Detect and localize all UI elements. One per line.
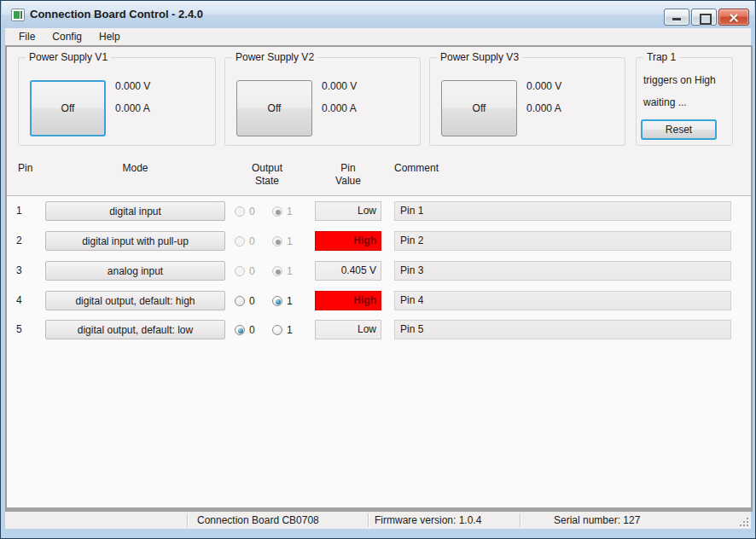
- radio-icon: [235, 236, 245, 246]
- table-row: 3 analog input 0 1 0.405 V Pin 3: [7, 261, 751, 281]
- column-header-output-state: Output State: [236, 162, 298, 188]
- pin-2-value: High: [315, 231, 381, 251]
- groupbox-title: Power Supply V3: [437, 51, 522, 63]
- radio-label: 0: [249, 324, 255, 336]
- column-header-pin-value: Pin Value: [315, 162, 381, 188]
- pin-3-output-radio-0[interactable]: 0: [235, 261, 255, 281]
- radio-label: 1: [287, 265, 293, 277]
- groupbox-title: Power Supply V2: [232, 51, 317, 63]
- trap-status: waiting ...: [643, 96, 687, 108]
- radio-label: 1: [287, 235, 293, 247]
- column-header-mode: Mode: [45, 162, 225, 175]
- radio-label: 0: [249, 265, 255, 277]
- pin-5-comment-field[interactable]: Pin 5: [394, 320, 731, 339]
- pin-4-output-radio-1[interactable]: 1: [272, 291, 293, 310]
- radio-icon: [272, 206, 282, 217]
- header-line: Value: [315, 175, 381, 188]
- header-line: Output: [236, 162, 298, 175]
- minimize-icon[interactable]: [664, 9, 689, 26]
- close-icon[interactable]: [718, 9, 749, 26]
- app-icon: [11, 9, 25, 21]
- trap-trigger-condition: triggers on High: [643, 74, 716, 86]
- radio-icon: [235, 325, 245, 335]
- current-readout: 0.000 A: [322, 102, 357, 114]
- groupbox-title: Power Supply V1: [26, 51, 111, 63]
- header-line: Pin: [315, 162, 381, 175]
- radio-icon: [272, 296, 282, 306]
- pin-4-value: High: [315, 291, 381, 310]
- pin-5-mode-button[interactable]: digital output, default: low: [45, 320, 225, 339]
- voltage-readout: 0.000 V: [322, 80, 357, 92]
- radio-label: 0: [249, 295, 255, 307]
- resize-grip[interactable]: [739, 517, 749, 527]
- pin-3-comment-field[interactable]: Pin 3: [394, 261, 731, 281]
- table-row: 2 digital input with pull-up 0 1 High Pi…: [7, 231, 751, 251]
- menu-help[interactable]: Help: [90, 29, 129, 44]
- groupbox-power-supply-v1: Power Supply V1 Off 0.000 V 0.000 A: [18, 57, 216, 146]
- pin-1-mode-button[interactable]: digital input: [45, 201, 225, 221]
- pin-number: 1: [16, 201, 22, 221]
- table-row: 1 digital input 0 1 Low Pin 1: [7, 201, 751, 221]
- status-separator: [368, 513, 369, 527]
- radio-label: 0: [249, 235, 255, 247]
- pin-4-comment-field[interactable]: Pin 4: [394, 291, 731, 310]
- table-row: 5 digital output, default: low 0 1 Low P…: [7, 320, 751, 339]
- radio-icon: [272, 266, 282, 276]
- radio-label: 1: [287, 206, 293, 217]
- menu-config[interactable]: Config: [44, 29, 90, 44]
- power-supply-v3-off-button[interactable]: Off: [441, 80, 517, 136]
- trap-reset-button[interactable]: Reset: [641, 119, 717, 140]
- column-header-comment: Comment: [394, 162, 439, 175]
- pin-4-mode-button[interactable]: digital output, default: high: [45, 291, 225, 310]
- power-supply-v2-off-button[interactable]: Off: [236, 80, 312, 136]
- pin-1-output-radio-1[interactable]: 1: [272, 201, 293, 221]
- table-row: 4 digital output, default: high 0 1 High…: [7, 291, 751, 310]
- pin-1-output-radio-0[interactable]: 0: [235, 201, 255, 221]
- radio-icon: [272, 236, 282, 246]
- app-window: Connection Board Control - 2.4.0 File Co…: [0, 0, 756, 539]
- title-bar[interactable]: Connection Board Control - 2.4.0: [2, 1, 754, 28]
- current-readout: 0.000 A: [526, 102, 561, 114]
- current-readout: 0.000 A: [115, 102, 150, 114]
- pin-3-output-radio-1[interactable]: 1: [272, 261, 293, 281]
- radio-label: 1: [287, 324, 293, 336]
- pin-1-comment-field[interactable]: Pin 1: [394, 201, 731, 221]
- window-title: Connection Board Control - 2.4.0: [30, 1, 203, 27]
- pin-2-output-radio-1[interactable]: 1: [272, 231, 293, 251]
- pin-2-output-radio-0[interactable]: 0: [235, 231, 255, 251]
- pin-2-comment-field[interactable]: Pin 2: [394, 231, 731, 251]
- pin-5-output-radio-0[interactable]: 0: [235, 320, 255, 339]
- column-header-pin: Pin: [18, 162, 32, 175]
- pin-number: 3: [16, 261, 22, 281]
- groupbox-title: Trap 1: [643, 51, 679, 63]
- voltage-readout: 0.000 V: [526, 80, 561, 92]
- power-supply-v1-off-button[interactable]: Off: [30, 80, 106, 136]
- status-firmware-version: Firmware version: 1.0.4: [375, 512, 481, 529]
- menu-bar: File Config Help: [5, 28, 751, 45]
- menu-file[interactable]: File: [10, 29, 44, 44]
- pin-rows-area: 1 digital input 0 1 Low Pin 1 2 digital …: [7, 195, 751, 507]
- groupbox-trap-1: Trap 1 triggers on High waiting ... Rese…: [636, 57, 733, 146]
- pin-2-mode-button[interactable]: digital input with pull-up: [45, 231, 225, 251]
- status-device-name: Connection Board CB0708: [197, 512, 319, 529]
- pin-4-output-radio-0[interactable]: 0: [235, 291, 255, 310]
- pin-number: 2: [16, 231, 22, 251]
- radio-icon: [272, 325, 282, 335]
- status-serial-number: Serial number: 127: [554, 512, 640, 529]
- status-bar: Connection Board CB0708 Firmware version…: [5, 512, 751, 529]
- pin-5-value: Low: [315, 320, 381, 339]
- radio-label: 0: [249, 206, 255, 217]
- pin-number: 4: [16, 291, 22, 310]
- voltage-readout: 0.000 V: [115, 80, 150, 92]
- pin-3-mode-button[interactable]: analog input: [45, 261, 225, 281]
- maximize-icon[interactable]: [691, 9, 717, 26]
- groupbox-power-supply-v2: Power Supply V2 Off 0.000 V 0.000 A: [224, 57, 421, 146]
- pin-5-output-radio-1[interactable]: 1: [272, 320, 293, 339]
- status-separator: [187, 513, 188, 527]
- radio-label: 1: [287, 295, 293, 307]
- header-line: State: [236, 175, 298, 188]
- pin-1-value: Low: [315, 201, 381, 221]
- pin-number: 5: [16, 320, 22, 339]
- status-separator: [520, 513, 520, 527]
- groupbox-power-supply-v3: Power Supply V3 Off 0.000 V 0.000 A: [429, 57, 625, 146]
